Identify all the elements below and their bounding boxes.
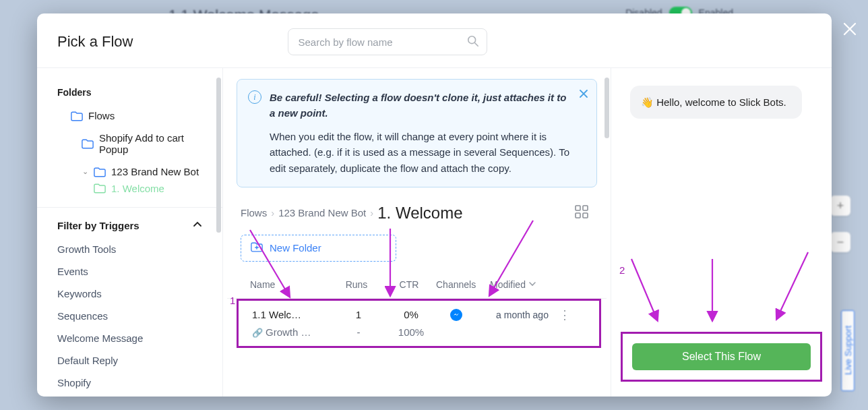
chevron-right-icon: › [370,207,373,218]
folder-shopify-popup[interactable]: Shopify Add to cart Popup [51,127,216,160]
flow-list-panel: i Be careful! Selecting a flow doesn't c… [223,68,611,397]
chevron-down-icon [528,279,536,290]
pick-flow-modal: Pick a Flow Folders Flows [37,13,832,397]
col-ctr[interactable]: CTR [382,279,436,290]
table-header: Name Runs CTR Channels Modified [227,272,607,299]
live-support-tab[interactable]: Live Support [841,310,855,391]
folder-123-brand-new-bot[interactable]: ⌄ 123 Brand New Bot [51,160,216,183]
chevron-right-icon: › [271,207,274,218]
trigger-shopify[interactable]: Shopify [57,372,202,394]
trigger-events[interactable]: Events [57,260,202,283]
note-headline: Be careful! Selecting a flow doesn't clo… [270,90,569,121]
crumb-brand[interactable]: 123 Brand New Bot [278,207,366,218]
crumb-flows[interactable]: Flows [241,207,267,218]
new-folder-label: New Folder [270,242,321,254]
svg-rect-3 [576,213,580,218]
flow-modified: a month ago [492,310,553,320]
breadcrumb: Flows › 123 Brand New Bot › 1. Welcome [241,204,567,223]
grid-view-icon[interactable] [574,204,589,222]
folder-icon [71,111,83,121]
flow-name: 1.1 Welc… [252,309,333,320]
flow-sub-ctr: 100% [384,326,438,338]
scrollbar[interactable] [604,78,609,138]
zoom-out-button[interactable]: − [830,232,850,252]
folder-label: 123 Brand New Bot [111,166,199,177]
annotation-number-1: 1 [230,295,235,306]
info-icon: i [248,90,261,104]
zoom-in-button[interactable]: + [830,196,850,216]
flow-ctr: 0% [384,309,438,320]
col-channels[interactable]: Channels [436,279,490,290]
folder-label: 1. Welcome [111,183,164,194]
search-icon [467,35,479,50]
svg-rect-1 [576,206,580,210]
crumb-current: 1. Welcome [377,204,462,223]
chevron-up-icon [193,220,202,231]
trigger-keywords[interactable]: Keywords [57,283,202,305]
channel-messenger-icon [438,309,492,321]
close-icon[interactable] [842,22,857,40]
svg-rect-2 [583,206,588,210]
trigger-growth-tools[interactable]: Growth Tools [57,238,202,260]
select-flow-highlight: Select This Flow [621,332,822,382]
close-note-button[interactable] [579,89,588,101]
trigger-default-reply[interactable]: Default Reply [57,349,202,372]
folder-flows[interactable]: Flows [51,105,216,127]
col-runs[interactable]: Runs [331,279,382,290]
annotation-number-2: 2 [619,264,625,276]
select-this-flow-button[interactable]: Select This Flow [632,343,811,370]
filter-triggers-toggle[interactable]: Filter by Triggers [37,213,222,238]
folder-icon [94,167,106,177]
svg-point-0 [468,36,476,44]
scrollbar[interactable] [216,78,221,233]
new-folder-icon [251,242,263,254]
flow-trigger-tag: 🔗Growth … [252,326,333,338]
folder-icon [82,139,94,148]
warning-note: i Be careful! Selecting a flow doesn't c… [237,79,597,187]
sidebar: Folders Flows Shopify Add to cart Popup … [37,68,223,397]
trigger-welcome-message[interactable]: Welcome Message [57,327,202,349]
preview-message: 👋 Hello, welcome to Slick Bots. [630,86,802,119]
row-menu-button[interactable]: ⋮ [553,313,577,317]
col-modified[interactable]: Modified [490,279,551,290]
preview-panel: 👋 Hello, welcome to Slick Bots. 2 Sele [611,68,832,397]
chevron-down-icon: ⌄ [82,167,88,176]
new-folder-button[interactable]: New Folder [241,235,396,262]
folder-icon [94,183,106,193]
col-name[interactable]: Name [250,279,331,290]
folder-label: Flows [88,110,115,121]
svg-rect-4 [583,213,588,218]
folders-heading: Folders [37,82,222,105]
search-input[interactable] [288,28,487,55]
modal-title: Pick a Flow [57,33,133,51]
trigger-sequences[interactable]: Sequences [57,305,202,327]
flow-sub-runs: - [333,326,384,338]
folder-label: Shopify Add to cart Popup [99,132,209,155]
note-body: When you edit the flow, it will change a… [270,129,569,176]
table-row[interactable]: 1.1 Welc… 1 0% a month ago ⋮ 🔗Growth … -… [237,299,601,348]
link-icon: 🔗 [252,328,263,338]
flow-runs: 1 [333,309,384,320]
folder-welcome[interactable]: 1. Welcome [51,183,216,194]
